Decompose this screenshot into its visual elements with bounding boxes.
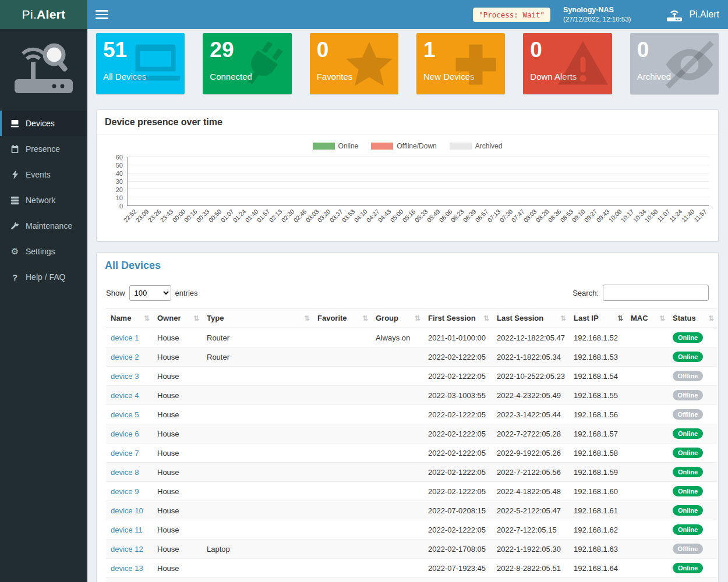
sidebar-item-label: Presence: [26, 144, 60, 154]
x-tick-label: 00:33: [195, 208, 211, 223]
cell-type: [202, 501, 313, 520]
device-link[interactable]: device 6: [111, 430, 139, 438]
cell-owner: House: [153, 520, 202, 540]
table-row: device 3House2022-02-1222:052022-10-2522…: [106, 367, 717, 386]
x-tick-label: 05:16: [401, 208, 416, 223]
infobox-new-devices[interactable]: 1 New Devices: [416, 33, 505, 94]
sidebar-item-help[interactable]: ? Help / FAQ: [0, 264, 87, 290]
cell-last-session: 2022-3-1422:05.44: [492, 405, 569, 424]
sidebar-logo-image: [0, 29, 87, 111]
col-header-last-ip[interactable]: Last IP⇅: [569, 308, 626, 328]
device-link[interactable]: device 11: [111, 526, 143, 534]
x-tick-label: 10:00: [607, 208, 623, 223]
sidebar-item-events[interactable]: Events: [0, 162, 87, 187]
cell-first-session-date: 2022-07-19: [428, 564, 467, 573]
col-header-favorite[interactable]: Favorite⇅: [313, 308, 371, 328]
cell-last-session-date: 2022-4-18: [497, 487, 531, 496]
sidebar-item-settings[interactable]: ⚙ Settings: [0, 239, 87, 264]
col-header-first-session[interactable]: First Session⇅: [423, 308, 492, 328]
status-badge: Online: [673, 505, 703, 516]
sidebar-item-presence[interactable]: Presence: [0, 136, 87, 162]
col-header-last-session[interactable]: Last Session⇅: [492, 308, 569, 328]
infobox-down-alerts[interactable]: 0 Down Alerts: [523, 33, 612, 94]
cell-owner: House: [153, 482, 202, 501]
cell-first-session: 2022-02-1222:05: [423, 482, 492, 501]
cell-favorite: [313, 347, 371, 367]
cell-last-session: 2022-1-1922:05.30: [492, 540, 569, 559]
cell-status: Online: [668, 443, 717, 463]
app-logo[interactable]: Pi.Alert: [0, 0, 87, 29]
col-header-type[interactable]: Type⇅: [202, 308, 313, 328]
sidebar-item-maintenance[interactable]: Maintenance: [0, 213, 87, 239]
devices-table: Name⇅Owner⇅Type⇅Favorite⇅Group⇅First Ses…: [106, 308, 717, 582]
show-label: Show: [106, 289, 125, 297]
cell-first-session-date: 2022-07-02: [428, 506, 467, 515]
chart-y-axis: 0102030405060: [106, 157, 127, 206]
cell-last-ip: 192.168.1.63: [569, 540, 626, 559]
col-header-label: Owner: [157, 314, 181, 322]
y-tick-label: 60: [116, 154, 123, 161]
cell-owner: House: [153, 405, 202, 424]
device-link[interactable]: device 1: [111, 333, 139, 342]
sidebar-toggle-icon[interactable]: [96, 10, 108, 19]
summary-boxes: 51 All Devices 29 Connected 0 Favorites …: [96, 33, 719, 94]
cell-last-session-date: 2022-5-21: [497, 506, 531, 515]
col-header-mac[interactable]: MAC⇅: [626, 308, 668, 328]
cell-first-session: 2022-02-1222:05: [423, 424, 492, 443]
table-panel-title: All Devices: [97, 253, 718, 274]
infobox-favorites[interactable]: 0 Favorites: [310, 33, 398, 94]
sidebar-item-network[interactable]: Network: [0, 187, 87, 213]
device-link[interactable]: device 3: [111, 372, 139, 381]
cell-last-session: 2022-7-2722:05.28: [492, 424, 569, 443]
x-tick-label: 08:03: [522, 208, 538, 223]
x-tick-label: 01:07: [219, 208, 235, 223]
sort-icon: ⇅: [415, 314, 420, 322]
cell-owner: House: [153, 443, 202, 463]
cell-status: Online: [668, 482, 717, 501]
device-link[interactable]: device 12: [111, 545, 143, 553]
cell-type: [202, 386, 313, 405]
legend-label: Offline/Down: [397, 142, 436, 150]
cell-owner: House: [153, 347, 202, 367]
status-badge: Online: [673, 428, 703, 439]
question-icon: ?: [10, 272, 20, 282]
infobox-connected[interactable]: 29 Connected: [203, 33, 291, 94]
x-tick-label: 23:09: [135, 208, 150, 223]
page-length-select[interactable]: 100: [129, 285, 171, 301]
device-link[interactable]: device 2: [111, 353, 139, 361]
search-input[interactable]: [603, 285, 709, 301]
cell-group: [371, 540, 423, 559]
sort-icon: ⇅: [304, 314, 310, 322]
cell-mac: [626, 347, 668, 367]
x-tick-label: 08:53: [559, 208, 574, 223]
sidebar-item-devices[interactable]: Devices: [0, 111, 87, 136]
col-header-status[interactable]: Status⇅: [668, 308, 717, 328]
col-header-owner[interactable]: Owner⇅: [153, 308, 202, 328]
cell-owner: House: [153, 578, 202, 582]
device-link[interactable]: device 13: [111, 564, 143, 573]
sidebar-menu: Devices Presence Events Network Maintena…: [0, 111, 87, 290]
sidebar-item-label: Events: [26, 170, 51, 179]
x-tick-label: 05:49: [425, 208, 441, 223]
device-link[interactable]: device 7: [111, 449, 139, 457]
infobox-archived[interactable]: 0 Archived: [630, 33, 719, 94]
device-link[interactable]: device 8: [111, 468, 139, 477]
legend-item: Online: [313, 142, 359, 150]
cell-name: device 9: [106, 482, 153, 501]
x-tick-label: 04:43: [377, 208, 393, 223]
device-link[interactable]: device 9: [111, 487, 139, 496]
device-link[interactable]: device 5: [111, 410, 139, 419]
x-tick-label: 02:30: [280, 208, 295, 223]
table-row: device 11House2022-02-1222:052022-7-122:…: [106, 520, 717, 540]
cell-first-session: 2022-02-1222:05: [423, 520, 492, 540]
infobox-all-devices[interactable]: 51 All Devices: [96, 33, 185, 94]
x-tick-label: 11:07: [656, 208, 672, 223]
col-header-group[interactable]: Group⇅: [371, 308, 423, 328]
col-header-name[interactable]: Name⇅: [106, 308, 153, 328]
cell-last-session-date: 2022-1-18: [497, 353, 531, 361]
device-link[interactable]: device 10: [111, 506, 143, 515]
device-link[interactable]: device 4: [111, 391, 139, 400]
legend-label: Online: [338, 142, 359, 150]
devices-table-body: device 1HouseRouterAlways on2021-01-0100…: [106, 328, 717, 582]
table-row: device 7House2022-02-1222:052022-9-1922:…: [106, 443, 717, 463]
